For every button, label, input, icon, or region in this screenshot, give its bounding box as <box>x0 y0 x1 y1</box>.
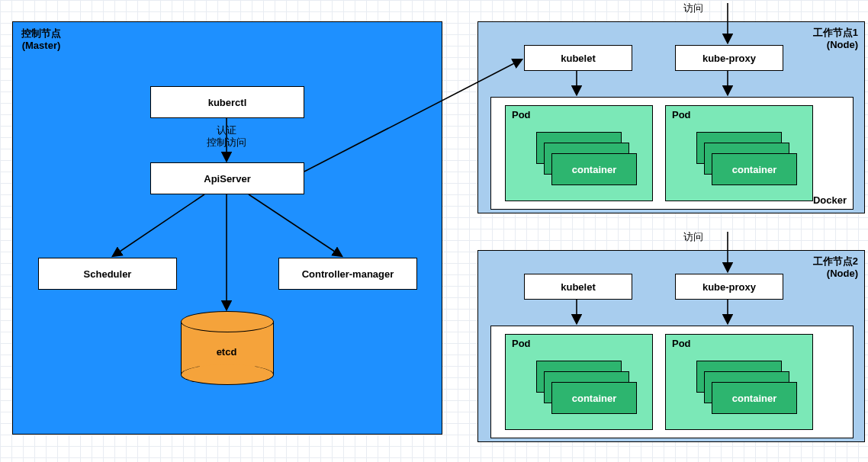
controller-manager-label: Controller-manager <box>302 268 394 280</box>
etcd-label: etcd <box>181 346 272 358</box>
node2-kubelet-label: kubelet <box>561 281 596 293</box>
node1-pod-b: Pod container <box>665 105 813 201</box>
node1-docker-label: Docker <box>813 194 847 206</box>
pod-label: Pod <box>512 109 531 120</box>
node1-pod-a: Pod container <box>505 105 653 201</box>
node1-kubelet-box: kubelet <box>524 45 632 71</box>
node1-kubeproxy-box: kube-proxy <box>675 45 783 71</box>
node2-kubeproxy-label: kube-proxy <box>702 281 756 293</box>
node1-kubelet-label: kubelet <box>561 53 596 64</box>
node1-panel: 工作节点1 (Node) kubelet kube-proxy Docker P… <box>477 21 865 213</box>
container-stack: container <box>536 132 635 185</box>
container-box: container <box>712 153 797 185</box>
container-stack: container <box>536 361 635 414</box>
container-label: container <box>732 164 777 175</box>
auth-label: 认证 控制访问 <box>194 124 259 149</box>
node2-pod-b: Pod container <box>665 334 813 430</box>
container-box: container <box>712 382 797 414</box>
node2-docker-panel: Pod container Pod container <box>490 326 854 438</box>
container-label: container <box>572 164 617 175</box>
node1-title: 工作节点1 (Node) <box>813 27 858 52</box>
node1-kubeproxy-label: kube-proxy <box>702 53 756 64</box>
node1-access-label: 访问 <box>683 2 703 14</box>
kuberctl-box: kuberctl <box>150 86 304 118</box>
etcd-cylinder: etcd <box>181 311 272 383</box>
pod-label: Pod <box>672 109 691 120</box>
container-box: container <box>551 382 637 414</box>
node2-panel: 工作节点2 (Node) kubelet kube-proxy Pod cont… <box>477 250 865 442</box>
container-label: container <box>732 393 777 404</box>
node2-title: 工作节点2 (Node) <box>813 255 858 281</box>
node1-docker-panel: Docker Pod container Pod container <box>490 97 854 210</box>
node2-pod-a: Pod container <box>505 334 653 430</box>
kuberctl-label: kuberctl <box>208 97 247 108</box>
apiserver-box: ApiServer <box>150 162 304 194</box>
container-label: container <box>572 393 617 404</box>
scheduler-box: Scheduler <box>38 258 177 290</box>
master-title: 控制节点 (Master) <box>21 27 61 53</box>
container-stack: container <box>696 132 796 185</box>
container-stack: container <box>696 361 796 414</box>
pod-label: Pod <box>512 338 531 349</box>
scheduler-label: Scheduler <box>84 268 132 280</box>
apiserver-label: ApiServer <box>204 173 250 184</box>
node2-access-label: 访问 <box>683 231 703 243</box>
container-box: container <box>551 153 637 185</box>
pod-label: Pod <box>672 338 691 349</box>
controller-manager-box: Controller-manager <box>278 258 417 290</box>
node2-kubelet-box: kubelet <box>524 274 632 300</box>
node2-kubeproxy-box: kube-proxy <box>675 274 783 300</box>
